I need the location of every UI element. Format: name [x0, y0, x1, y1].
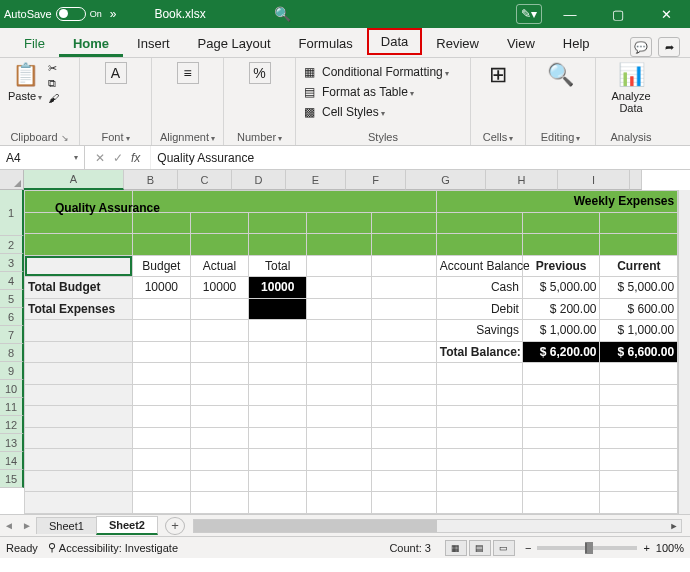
col-header[interactable]: E — [286, 170, 346, 190]
cells-dropdown[interactable]: Cells — [483, 129, 513, 143]
cells-area[interactable]: Quality Assurance Weekly Expenses Budget… — [24, 190, 678, 514]
maximize-button[interactable]: ▢ — [598, 0, 638, 28]
tab-data[interactable]: Data — [367, 28, 422, 55]
cell[interactable]: Total Budget — [25, 277, 133, 299]
col-header[interactable]: A — [24, 170, 124, 190]
row-header[interactable]: 4 — [0, 272, 24, 290]
autosave-toggle[interactable]: AutoSave On — [4, 7, 102, 21]
cell[interactable]: Total — [249, 255, 307, 277]
editing-dropdown[interactable]: Editing — [541, 129, 581, 143]
conditional-formatting-button[interactable]: ▦Conditional Formatting — [304, 62, 462, 82]
tab-help[interactable]: Help — [549, 30, 604, 57]
select-all-corner[interactable] — [0, 170, 24, 190]
sheet-tab[interactable]: Sheet2 — [96, 516, 158, 535]
enter-formula-icon[interactable]: ✓ — [113, 151, 123, 165]
zoom-out-icon[interactable]: − — [525, 542, 531, 554]
scroll-thumb[interactable] — [194, 520, 438, 532]
font-icon[interactable]: A — [105, 62, 127, 84]
analyze-data-button[interactable]: 📊 Analyze Data — [604, 62, 658, 114]
col-header[interactable]: H — [486, 170, 558, 190]
cancel-formula-icon[interactable]: ✕ — [95, 151, 105, 165]
new-sheet-button[interactable]: + — [165, 517, 185, 535]
comments-button[interactable]: 💬 — [630, 37, 652, 57]
cut-icon[interactable]: ✂ — [48, 62, 59, 75]
cell-a4[interactable] — [25, 255, 133, 277]
copy-icon[interactable]: ⧉ — [48, 77, 59, 90]
tab-review[interactable]: Review — [422, 30, 493, 57]
row-header[interactable]: 7 — [0, 326, 24, 344]
row-header[interactable]: 14 — [0, 452, 24, 470]
share-button[interactable]: ➦ — [658, 37, 680, 57]
spreadsheet-grid[interactable]: 1 2 3 4 5 6 7 8 9 10 11 12 13 14 15 A B … — [0, 170, 690, 514]
alignment-icon[interactable]: ≡ — [177, 62, 199, 84]
search-icon[interactable]: 🔍 — [274, 6, 291, 22]
number-icon[interactable]: % — [249, 62, 271, 84]
cell[interactable]: Actual — [190, 255, 248, 277]
cell[interactable]: Debit — [436, 298, 522, 320]
row-header[interactable]: 3 — [0, 254, 24, 272]
cell[interactable]: $ 600.00 — [600, 298, 678, 320]
tab-insert[interactable]: Insert — [123, 30, 184, 57]
cell[interactable]: $ 1,000.00 — [600, 320, 678, 342]
vertical-scrollbar[interactable] — [678, 190, 690, 514]
cell[interactable]: $ 5,000.00 — [600, 277, 678, 299]
row-header[interactable]: 1 — [0, 190, 24, 236]
view-page-break-icon[interactable]: ▭ — [493, 540, 515, 556]
col-header[interactable]: C — [178, 170, 232, 190]
close-button[interactable]: ✕ — [646, 0, 686, 28]
quick-access-more[interactable]: » — [110, 7, 117, 21]
alignment-dropdown[interactable]: Alignment — [160, 129, 215, 143]
cell[interactable]: $ 6,200.00 — [522, 341, 600, 363]
view-normal-icon[interactable]: ▦ — [445, 540, 467, 556]
cell[interactable]: $ 1,000.00 — [522, 320, 600, 342]
paste-button[interactable]: 📋 Paste — [8, 62, 42, 104]
zoom-slider[interactable] — [537, 546, 637, 550]
row-header[interactable]: 11 — [0, 398, 24, 416]
tab-home[interactable]: Home — [59, 30, 123, 57]
cell[interactable]: $ 5,000.00 — [522, 277, 600, 299]
mode-switch-icon[interactable]: ✎▾ — [516, 4, 542, 24]
row-header[interactable]: 13 — [0, 434, 24, 452]
cell[interactable]: $ 6,600.00 — [600, 341, 678, 363]
col-header[interactable]: F — [346, 170, 406, 190]
cell[interactable]: Account Balance — [436, 255, 522, 277]
row-header[interactable]: 10 — [0, 380, 24, 398]
horizontal-scrollbar[interactable]: ◄ ► — [193, 519, 682, 533]
cell[interactable]: 10000 — [132, 277, 190, 299]
cell[interactable]: Cash — [436, 277, 522, 299]
cells-icon[interactable]: ⊞ — [489, 62, 507, 87]
scroll-right-icon[interactable]: ► — [667, 520, 681, 532]
zoom-control[interactable]: − + 100% — [525, 542, 684, 554]
cell-styles-button[interactable]: ▩Cell Styles — [304, 102, 462, 122]
formula-input[interactable]: Quality Assurance — [150, 146, 690, 169]
accessibility-status[interactable]: ⚲Accessibility: Investigate — [48, 541, 178, 554]
row-header[interactable]: 6 — [0, 308, 24, 326]
tab-page-layout[interactable]: Page Layout — [184, 30, 285, 57]
col-header[interactable]: I — [558, 170, 630, 190]
tab-file[interactable]: File — [10, 30, 59, 57]
row-header[interactable]: 9 — [0, 362, 24, 380]
cell[interactable]: 10000 — [190, 277, 248, 299]
cell[interactable]: $ 200.00 — [522, 298, 600, 320]
sheet-nav-next[interactable]: ► — [18, 520, 36, 531]
minimize-button[interactable]: — — [550, 0, 590, 28]
cell[interactable]: Savings — [436, 320, 522, 342]
cell[interactable]: 10000 — [249, 277, 307, 299]
sheet-tab[interactable]: Sheet1 — [36, 517, 97, 534]
editing-icon[interactable]: 🔍 — [547, 62, 574, 87]
cell[interactable]: Total Balance: — [436, 341, 522, 363]
cell[interactable]: Budget — [132, 255, 190, 277]
view-page-layout-icon[interactable]: ▤ — [469, 540, 491, 556]
zoom-in-icon[interactable]: + — [643, 542, 649, 554]
sheet-nav-prev[interactable]: ◄ — [0, 520, 18, 531]
col-header[interactable]: G — [406, 170, 486, 190]
tab-formulas[interactable]: Formulas — [285, 30, 367, 57]
number-dropdown[interactable]: Number — [237, 129, 282, 143]
row-header[interactable]: 5 — [0, 290, 24, 308]
toggle-switch-icon[interactable] — [56, 7, 86, 21]
row-header[interactable]: 2 — [0, 236, 24, 254]
col-header[interactable]: D — [232, 170, 286, 190]
row-header[interactable]: 15 — [0, 470, 24, 488]
cell[interactable]: Current — [600, 255, 678, 277]
font-dropdown[interactable]: Font — [101, 129, 129, 143]
